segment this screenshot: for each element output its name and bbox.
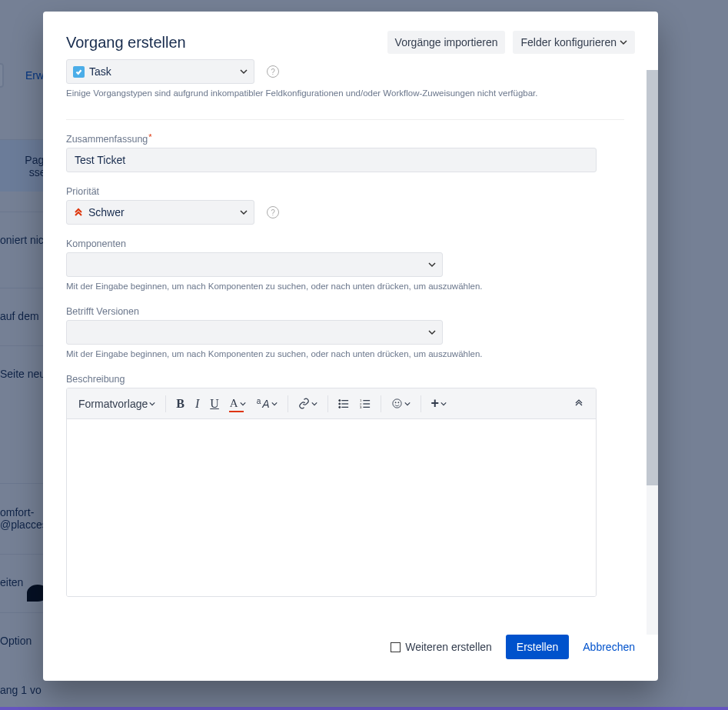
import-issues-button[interactable]: Vorgänge importieren <box>387 31 506 54</box>
dialog-footer: Weiteren erstellen Erstellen Abbrechen <box>43 624 658 681</box>
priority-value: Schwer <box>88 206 125 218</box>
plus-icon: + <box>431 395 440 412</box>
description-editor: Formatvorlage B I U A aA <box>66 388 597 597</box>
description-textarea[interactable] <box>67 419 596 596</box>
scrollbar-thumb[interactable] <box>647 70 658 485</box>
components-label: Komponenten <box>66 238 624 249</box>
priority-label: Priorität <box>66 186 624 197</box>
numbered-list-icon: 123 <box>360 398 371 409</box>
help-icon[interactable]: ? <box>267 206 279 218</box>
text-color-button[interactable]: A <box>224 394 251 413</box>
versions-select[interactable] <box>66 320 443 345</box>
link-button[interactable] <box>293 395 323 412</box>
summary-input[interactable] <box>66 148 597 172</box>
svg-point-6 <box>338 406 340 408</box>
chevron-down-icon <box>240 68 248 75</box>
cancel-button[interactable]: Abbrechen <box>583 641 635 653</box>
bold-button[interactable]: B <box>171 394 190 414</box>
issuetype-help-text: Einige Vorgangstypen sind aufgrund inkom… <box>66 87 624 99</box>
format-label: Formatvorlage <box>78 398 148 410</box>
chevron-down-icon <box>311 401 317 407</box>
issuetype-value: Task <box>89 65 111 78</box>
priority-major-icon <box>73 207 84 218</box>
editor-toolbar: Formatvorlage B I U A aA <box>67 388 596 419</box>
insert-more-button[interactable]: + <box>426 392 453 415</box>
emoji-icon <box>391 398 403 409</box>
create-button[interactable]: Erstellen <box>506 635 569 659</box>
link-icon <box>298 398 310 409</box>
chevron-down-icon <box>440 401 447 407</box>
chevron-down-icon <box>149 401 155 407</box>
chevron-down-icon <box>428 261 436 268</box>
help-icon[interactable]: ? <box>267 65 279 78</box>
configure-fields-label: Felder konfigurieren <box>520 36 617 48</box>
description-label: Beschreibung <box>66 374 624 385</box>
toolbar-divider <box>165 395 166 412</box>
chevron-down-icon <box>404 401 411 407</box>
italic-button[interactable]: I <box>190 394 204 414</box>
emoji-button[interactable] <box>386 395 416 412</box>
versions-help-text: Mit der Eingabe beginnen, um nach Kompon… <box>66 348 624 360</box>
task-icon <box>73 66 85 78</box>
toolbar-divider <box>381 395 381 412</box>
chevron-down-icon <box>620 38 627 46</box>
checkbox-icon <box>391 642 401 652</box>
components-select[interactable] <box>66 252 443 277</box>
collapse-icon <box>573 398 584 409</box>
svg-point-15 <box>395 402 396 403</box>
svg-text:3: 3 <box>360 405 362 409</box>
chevron-down-icon <box>240 208 248 216</box>
create-issue-dialog: Vorgang erstellen Vorgänge importieren F… <box>43 12 658 681</box>
divider <box>66 119 624 120</box>
format-dropdown[interactable]: Formatvorlage <box>73 395 161 413</box>
svg-point-2 <box>338 399 340 401</box>
dialog-body: Task ? Einige Vorgangstypen sind aufgrun… <box>43 58 658 624</box>
chevron-down-icon <box>271 401 278 407</box>
svg-point-14 <box>392 399 401 408</box>
toolbar-divider <box>288 395 288 412</box>
versions-label: Betrifft Versionen <box>66 306 624 317</box>
svg-point-4 <box>338 403 340 405</box>
toolbar-divider <box>421 395 421 412</box>
create-another-checkbox-wrap[interactable]: Weiteren erstellen <box>391 641 492 653</box>
subscript-button[interactable]: aA <box>251 395 283 413</box>
summary-label: Zusammenfassung* <box>66 134 624 145</box>
create-another-label: Weiteren erstellen <box>405 641 492 653</box>
components-help-text: Mit der Eingabe beginnen, um nach Kompon… <box>66 280 624 292</box>
dialog-header: Vorgang erstellen Vorgänge importieren F… <box>43 12 658 58</box>
svg-point-16 <box>397 402 398 403</box>
bullet-list-button[interactable] <box>333 395 354 412</box>
configure-fields-button[interactable]: Felder konfigurieren <box>513 31 635 54</box>
bullet-list-icon <box>338 398 349 409</box>
underline-button[interactable]: U <box>204 394 224 414</box>
issuetype-select[interactable]: Task <box>66 59 254 84</box>
bottom-accent-bar <box>0 707 728 710</box>
collapse-toolbar-button[interactable] <box>568 395 590 412</box>
chevron-down-icon <box>240 401 246 407</box>
chevron-down-icon <box>428 328 436 336</box>
toolbar-divider <box>327 395 328 412</box>
dialog-title: Vorgang erstellen <box>66 34 186 52</box>
numbered-list-button[interactable]: 123 <box>354 395 376 412</box>
priority-select[interactable]: Schwer <box>66 200 254 225</box>
